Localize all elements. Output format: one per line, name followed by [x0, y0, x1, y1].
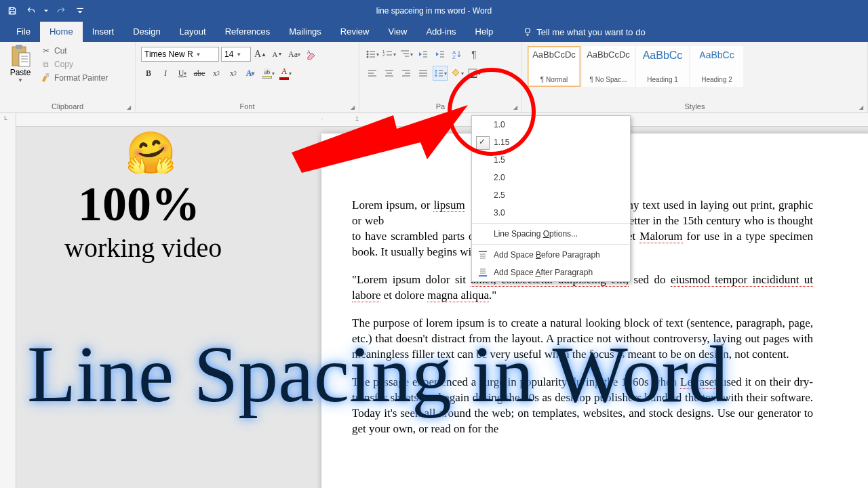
tab-view[interactable]: View	[378, 22, 416, 42]
undo-icon[interactable]	[23, 3, 39, 19]
line-spacing-button[interactable]: ▾	[433, 66, 448, 81]
grow-font-button[interactable]: A▲	[253, 47, 268, 62]
align-right-button[interactable]	[399, 66, 414, 81]
ls-option-3.0[interactable]: 3.0	[472, 204, 630, 222]
shading-button[interactable]: ▾	[450, 66, 465, 81]
ls-options[interactable]: Line Spacing Options...	[472, 225, 630, 243]
paste-icon	[9, 45, 31, 68]
group-styles: AaBbCcDc ¶ Normal AaBbCcDc ¶ No Spac... …	[522, 42, 868, 113]
cut-button[interactable]: ✂ Cut	[39, 45, 109, 56]
tell-me[interactable]: Tell me what you want to do	[523, 27, 645, 37]
space-before-icon	[477, 249, 488, 260]
multilevel-list-button[interactable]: ▾	[399, 47, 414, 62]
svg-rect-0	[10, 7, 14, 9]
horizontal-ruler: ·1·	[16, 113, 868, 127]
highlight-button[interactable]: ab▾	[260, 66, 275, 81]
tab-file[interactable]: File	[7, 22, 40, 42]
font-color-button[interactable]: A▾	[277, 66, 292, 81]
undo-dropdown-icon[interactable]	[42, 3, 50, 19]
group-font: Times New R ▼ 14 ▼ A▲ A▼ Aa▾ A B I U▾ ab…	[136, 42, 359, 113]
italic-button[interactable]: I	[158, 66, 173, 81]
ls-option-1.15[interactable]: 1.15	[472, 134, 630, 151]
shrink-font-button[interactable]: A▼	[270, 47, 285, 62]
style-heading1[interactable]: AaBbCc Heading 1	[636, 46, 689, 87]
underline-button[interactable]: U▾	[175, 66, 190, 81]
style-normal[interactable]: AaBbCcDc ¶ Normal	[528, 46, 580, 87]
font-size-combo[interactable]: 14 ▼	[221, 47, 251, 62]
justify-button[interactable]	[416, 66, 431, 81]
align-center-button[interactable]	[382, 66, 397, 81]
svg-point-13	[367, 54, 369, 56]
tab-addins[interactable]: Add-ins	[416, 22, 465, 42]
eraser-icon: A	[306, 49, 317, 60]
tab-help[interactable]: Help	[466, 22, 503, 42]
increase-indent-button[interactable]	[433, 47, 448, 62]
tab-design[interactable]: Design	[123, 22, 170, 42]
font-name-combo[interactable]: Times New R ▼	[141, 47, 219, 62]
paintbrush-icon	[41, 73, 51, 83]
tab-home[interactable]: Home	[40, 22, 83, 42]
format-painter-button[interactable]: Format Painter	[39, 72, 109, 83]
lightbulb-icon	[523, 27, 532, 37]
qat-customize-icon[interactable]	[72, 3, 88, 19]
ls-option-2.0[interactable]: 2.0	[472, 169, 630, 186]
tell-me-label: Tell me what you want to do	[536, 27, 645, 37]
scissors-icon: ✂	[41, 45, 51, 56]
clear-formatting-button[interactable]: A	[304, 47, 319, 62]
window-title: line spaceing in ms word - Word	[0, 6, 868, 16]
copy-button[interactable]: ⧉ Copy	[39, 58, 109, 70]
show-marks-button[interactable]: ¶	[467, 47, 481, 62]
chevron-down-icon: ▼	[196, 52, 201, 58]
svg-rect-10	[46, 73, 50, 77]
paste-label: Paste	[10, 68, 31, 77]
group-label-font: Font	[141, 101, 353, 113]
redo-icon[interactable]	[53, 3, 69, 19]
doc-paragraph: The purpose of lorem ipsum is to create …	[352, 316, 813, 363]
line-spacing-menu: 1.0 1.15 1.5 2.0 2.5 3.0 Line Spacing Op…	[471, 115, 631, 282]
tab-review[interactable]: Review	[331, 22, 379, 42]
ribbon-tabs: File Home Insert Design Layout Reference…	[0, 22, 868, 42]
paste-button[interactable]: Paste ▼	[5, 45, 35, 83]
style-heading2[interactable]: AaBbCc Heading 2	[690, 46, 743, 87]
bullets-button[interactable]: ▾	[365, 47, 380, 62]
group-clipboard: Paste ▼ ✂ Cut ⧉ Copy Format Painter	[0, 42, 136, 113]
svg-rect-5	[16, 45, 22, 49]
workspace: ·1· M Lorem ipsum, or lipsum as it is so…	[0, 113, 868, 488]
copy-label: Copy	[54, 60, 73, 69]
ls-add-space-before[interactable]: Add Space Before Paragraph	[472, 246, 630, 264]
sort-button[interactable]: AZ	[450, 47, 465, 62]
ls-option-1.0[interactable]: 1.0	[472, 116, 630, 134]
svg-rect-1	[10, 12, 14, 14]
tab-mailings[interactable]: Mailings	[279, 22, 331, 42]
text-effects-button[interactable]: A▾	[243, 66, 258, 81]
format-painter-label: Format Painter	[54, 73, 108, 83]
borders-button[interactable]: ▾	[467, 66, 481, 81]
ls-add-space-after[interactable]: Add Space After Paragraph	[472, 264, 630, 281]
group-label-styles: Styles	[528, 101, 862, 113]
tab-insert[interactable]: Insert	[83, 22, 124, 42]
strikethrough-button[interactable]: abc	[192, 66, 207, 81]
numbering-button[interactable]: 12▾	[382, 47, 397, 62]
quick-access-toolbar	[0, 0, 92, 22]
svg-point-12	[367, 51, 369, 53]
ls-option-2.5[interactable]: 2.5	[472, 186, 630, 204]
cut-label: Cut	[54, 46, 67, 56]
svg-text:A: A	[307, 49, 311, 56]
svg-text:Z: Z	[452, 54, 456, 60]
decrease-indent-button[interactable]	[416, 47, 431, 62]
bold-button[interactable]: B	[141, 66, 156, 81]
font-name-value: Times New R	[144, 49, 193, 59]
font-size-value: 14	[224, 49, 233, 59]
space-after-icon	[477, 267, 488, 278]
style-no-spacing[interactable]: AaBbCcDc ¶ No Spac...	[582, 46, 635, 87]
superscript-button[interactable]: x2	[226, 66, 241, 81]
tab-layout[interactable]: Layout	[170, 22, 216, 42]
change-case-button[interactable]: Aa▾	[287, 47, 302, 62]
tab-references[interactable]: References	[216, 22, 279, 42]
align-left-button[interactable]	[365, 66, 380, 81]
svg-rect-48	[469, 69, 477, 77]
ls-option-1.5[interactable]: 1.5	[472, 151, 630, 169]
subscript-button[interactable]: x2	[209, 66, 224, 81]
save-icon[interactable]	[4, 3, 20, 19]
svg-point-3	[526, 28, 530, 33]
